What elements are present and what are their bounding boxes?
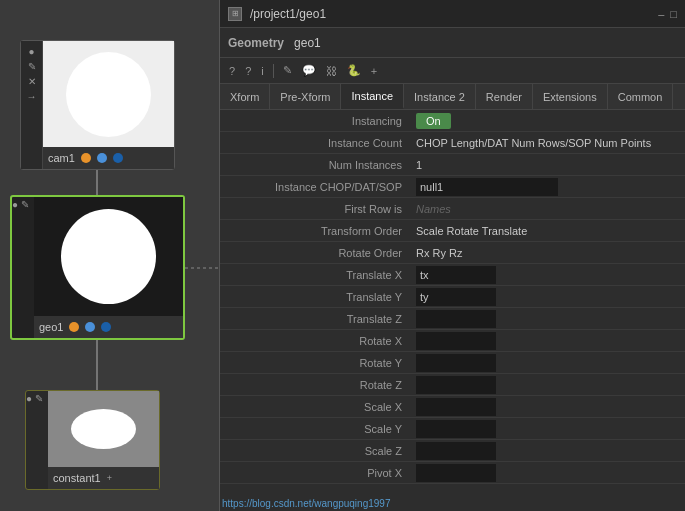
- prop-num-instances-label: Num Instances: [220, 159, 410, 171]
- prop-transform-order-label: Transform Order: [220, 225, 410, 237]
- prop-translate-y-label: Translate Y: [220, 291, 410, 303]
- properties-area: Instancing On Instance Count CHOP Length…: [220, 110, 685, 511]
- pencil-icon[interactable]: ✎: [280, 62, 295, 79]
- toolbar: ? ? i ✎ 💬 ⛓ 🐍 +: [220, 58, 685, 84]
- geo1-label-bar: geo1: [34, 316, 183, 338]
- prop-rotate-x: Rotate X: [220, 330, 685, 352]
- prop-translate-y: Translate Y: [220, 286, 685, 308]
- prop-scale-z-label: Scale Z: [220, 445, 410, 457]
- prop-instance-chop-label: Instance CHOP/DAT/SOP: [220, 181, 410, 193]
- help-icon[interactable]: ?: [226, 63, 238, 79]
- cam1-icon-pen: ✎: [28, 61, 36, 72]
- node-geo1[interactable]: ● ✎ ✕ → geo1: [10, 195, 185, 340]
- scale-y-input[interactable]: [416, 420, 496, 438]
- tab-xform[interactable]: Xform: [220, 84, 270, 109]
- tab-pre-xform[interactable]: Pre-Xform: [270, 84, 341, 109]
- rotate-z-input[interactable]: [416, 376, 496, 394]
- info-text-icon[interactable]: i: [258, 63, 266, 79]
- prop-scale-y-value: [410, 420, 685, 438]
- prop-scale-z: Scale Z: [220, 440, 685, 462]
- translate-z-input[interactable]: [416, 310, 496, 328]
- cam1-icon-arrow: →: [27, 91, 37, 102]
- tab-instance[interactable]: Instance: [341, 84, 404, 109]
- prop-rotate-order: Rotate Order Rx Ry Rz: [220, 242, 685, 264]
- prop-instancing-value: On: [410, 113, 685, 129]
- node-network: ● ✎ ✕ → cam1: [0, 0, 220, 511]
- prop-num-instances: Num Instances 1: [220, 154, 685, 176]
- tab-common[interactable]: Common: [608, 84, 674, 109]
- prop-instance-count: Instance Count CHOP Length/DAT Num Rows/…: [220, 132, 685, 154]
- chat-icon[interactable]: 💬: [299, 62, 319, 79]
- prop-translate-z-value: [410, 310, 685, 328]
- prop-instance-chop: Instance CHOP/DAT/SOP: [220, 176, 685, 198]
- tabs-bar: Xform Pre-Xform Instance Instance 2 Rend…: [220, 84, 685, 110]
- prop-instance-count-label: Instance Count: [220, 137, 410, 149]
- window-icon: ⊞: [228, 7, 242, 21]
- pivot-x-input[interactable]: [416, 464, 496, 482]
- header-bar: Geometry geo1: [220, 28, 685, 58]
- instancing-on-button[interactable]: On: [416, 113, 451, 129]
- node-cam1[interactable]: ● ✎ ✕ → cam1: [20, 40, 175, 170]
- geo1-dot-blue: [85, 322, 95, 332]
- node-name: geo1: [294, 36, 321, 50]
- prop-rotate-x-value: [410, 332, 685, 350]
- prop-scale-x: Scale X: [220, 396, 685, 418]
- prop-translate-z: Translate Z: [220, 308, 685, 330]
- geo1-icon-circle: ●: [12, 199, 18, 210]
- info-icon2[interactable]: ?: [242, 63, 254, 79]
- prop-translate-x-label: Translate X: [220, 269, 410, 281]
- constant1-expand: +: [107, 473, 112, 483]
- prop-rotate-y-value: [410, 354, 685, 372]
- tab-render[interactable]: Render: [476, 84, 533, 109]
- prop-rotate-order-value: Rx Ry Rz: [410, 247, 685, 259]
- prop-rotate-y: Rotate Y: [220, 352, 685, 374]
- prop-scale-z-value: [410, 442, 685, 460]
- translate-x-input[interactable]: [416, 266, 496, 284]
- cam1-dot-orange: [81, 153, 91, 163]
- prop-translate-x-value: [410, 266, 685, 284]
- geo1-preview: [34, 197, 183, 316]
- scale-x-input[interactable]: [416, 398, 496, 416]
- translate-y-input[interactable]: [416, 288, 496, 306]
- prop-num-instances-value: 1: [410, 159, 685, 171]
- prop-pivot-x-value: [410, 464, 685, 482]
- geo1-icon-pen: ✎: [21, 199, 29, 210]
- python-icon[interactable]: 🐍: [344, 62, 364, 79]
- prop-scale-x-label: Scale X: [220, 401, 410, 413]
- cam1-icon-x: ✕: [28, 76, 36, 87]
- minimize-button[interactable]: –: [658, 8, 664, 20]
- constant1-ellipse: [71, 409, 136, 449]
- cam1-icon-circle: ●: [28, 46, 34, 57]
- constant1-icon-circle: ●: [26, 393, 32, 404]
- tab-instance2[interactable]: Instance 2: [404, 84, 476, 109]
- prop-instance-chop-value: [410, 178, 685, 196]
- maximize-button[interactable]: □: [670, 8, 677, 20]
- rotate-y-input[interactable]: [416, 354, 496, 372]
- cam1-dot-blue: [97, 153, 107, 163]
- cam1-icon-bar: ● ✎ ✕ →: [21, 41, 43, 169]
- instance-chop-input[interactable]: [416, 178, 558, 196]
- tab-extensions[interactable]: Extensions: [533, 84, 608, 109]
- prop-instance-count-value: CHOP Length/DAT Num Rows/SOP Num Points: [410, 137, 685, 149]
- prop-first-row-label: First Row is: [220, 203, 410, 215]
- cam1-label-bar: cam1: [43, 147, 174, 169]
- prop-rotate-y-label: Rotate Y: [220, 357, 410, 369]
- properties-panel: ⊞ /project1/geo1 – □ Geometry geo1 ? ? i…: [220, 0, 685, 511]
- footer-link[interactable]: https://blog.csdn.net/wangpuqing1997: [222, 498, 390, 509]
- node-canvas: ● ✎ ✕ → cam1: [0, 0, 219, 511]
- prop-instancing-label: Instancing: [220, 115, 410, 127]
- prop-rotate-z-label: Rotate Z: [220, 379, 410, 391]
- prop-scale-y: Scale Y: [220, 418, 685, 440]
- link-icon[interactable]: ⛓: [323, 63, 340, 79]
- window-title: /project1/geo1: [250, 7, 326, 21]
- plus-icon[interactable]: +: [368, 63, 380, 79]
- rotate-x-input[interactable]: [416, 332, 496, 350]
- geo1-label: geo1: [39, 321, 63, 333]
- title-controls: – □: [658, 8, 677, 20]
- scale-z-input[interactable]: [416, 442, 496, 460]
- geo1-dot-orange: [69, 322, 79, 332]
- node-constant1[interactable]: ● ✎ constant1 +: [25, 390, 160, 490]
- prop-pivot-x: Pivot X: [220, 462, 685, 484]
- geo1-circle: [61, 209, 156, 304]
- prop-first-row-value: Names: [410, 203, 685, 215]
